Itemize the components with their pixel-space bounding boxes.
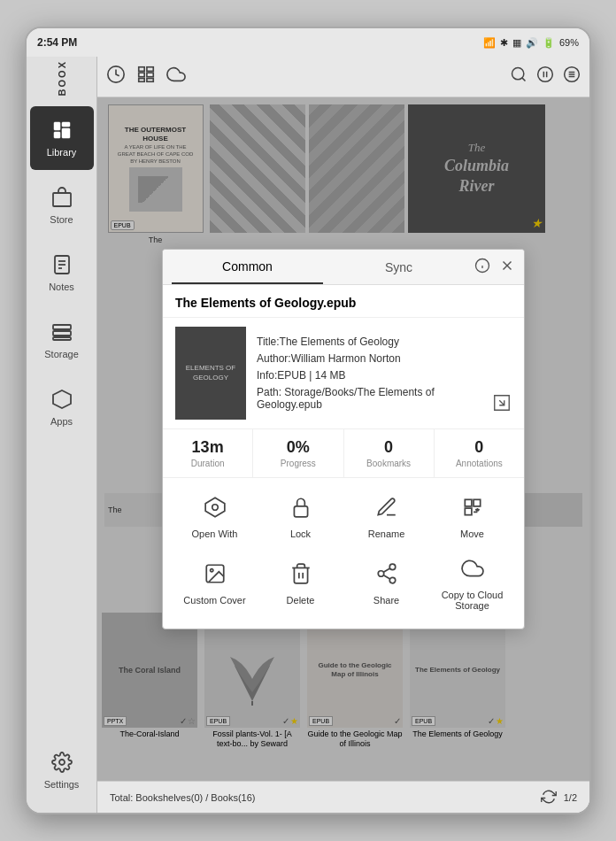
svg-rect-15 xyxy=(139,67,144,72)
modal-tabs: Common Sync xyxy=(163,250,524,285)
modal-actions: Open With Lock xyxy=(163,478,524,629)
svg-rect-1 xyxy=(54,132,60,138)
svg-rect-19 xyxy=(139,79,144,82)
toolbar-left xyxy=(106,65,186,89)
modal-tab-icons xyxy=(474,258,515,277)
book-export-icon[interactable] xyxy=(492,393,512,413)
svg-point-22 xyxy=(538,67,553,82)
svg-point-42 xyxy=(210,569,212,572)
modal-action-open-with[interactable]: Open With xyxy=(172,487,258,548)
storage-icon xyxy=(51,321,73,346)
grid-view-icon[interactable] xyxy=(136,65,156,89)
modal-bookmarks-value: 0 xyxy=(348,438,430,457)
toolbar xyxy=(97,57,589,97)
modal-stat-annotations: 0 Annotations xyxy=(435,429,524,477)
apps-icon xyxy=(51,389,73,413)
modal-detail-path: Path: Storage/Books/The Elements of Geol… xyxy=(257,386,481,411)
lock-icon xyxy=(289,496,312,524)
status-icons: 📶 ✱ ▦ 🔊 🔋 69% xyxy=(483,37,579,49)
svg-rect-39 xyxy=(474,499,481,506)
svg-rect-20 xyxy=(147,79,153,82)
device-frame: 2:54 PM 📶 ✱ ▦ 🔊 🔋 69% BOOX xyxy=(25,27,591,814)
svg-rect-18 xyxy=(147,73,153,77)
cloud-icon[interactable] xyxy=(166,65,186,89)
modal-book-info: ELEMENTS OF GEOLOGY Title:The Elements o… xyxy=(163,318,524,429)
bottom-bar: Total: Bookshelves(0) / Books(16) 1/2 xyxy=(97,781,589,813)
svg-point-45 xyxy=(389,564,396,570)
app-logo: BOOX xyxy=(57,60,67,96)
battery-percent: 69% xyxy=(559,37,579,48)
status-time: 2:54 PM xyxy=(37,36,77,49)
svg-point-46 xyxy=(378,571,384,577)
svg-rect-16 xyxy=(147,67,153,72)
modal-detail-author: Author:William Harmon Norton xyxy=(257,352,481,365)
signal-icon: ▦ xyxy=(512,37,521,49)
search-icon[interactable] xyxy=(510,66,527,88)
modal-action-rename[interactable]: Rename xyxy=(343,487,429,548)
modal-stat-progress: 0% Progress xyxy=(253,429,343,477)
sidebar-item-apps[interactable]: Apps xyxy=(30,375,94,439)
modal-progress-value: 0% xyxy=(257,438,339,457)
modal-detail-info: Info:EPUB | 14 MB xyxy=(257,369,481,382)
history-icon[interactable] xyxy=(106,65,126,89)
battery-icon: 🔋 xyxy=(543,37,555,49)
modal-action-delete[interactable]: Delete xyxy=(258,548,343,620)
open-with-icon xyxy=(204,496,227,524)
svg-point-21 xyxy=(512,68,524,80)
sidebar-item-store[interactable]: Store xyxy=(30,174,94,237)
modal-tab-sync[interactable]: Sync xyxy=(323,250,474,284)
notes-icon xyxy=(51,254,73,279)
book-grid: THE OUTERMOST HOUSE A YEAR OF LIFE ON TH… xyxy=(97,97,589,781)
svg-point-13 xyxy=(59,760,65,765)
stats-icon[interactable] xyxy=(536,66,554,88)
sidebar-library-label: Library xyxy=(47,147,77,158)
svg-marker-12 xyxy=(53,390,71,408)
modal-overlay: Common Sync xyxy=(97,97,589,781)
sidebar: BOOX Library xyxy=(27,57,97,813)
store-icon xyxy=(51,187,73,212)
sidebar-store-label: Store xyxy=(50,214,73,225)
delete-icon xyxy=(289,562,312,590)
menu-icon[interactable] xyxy=(563,66,581,88)
modal-action-custom-cover-label: Custom Cover xyxy=(183,595,245,606)
svg-rect-0 xyxy=(54,122,60,130)
main-area: BOOX Library xyxy=(27,57,589,813)
modal-action-move[interactable]: Move xyxy=(429,487,515,548)
sidebar-apps-label: Apps xyxy=(50,416,73,427)
modal-stat-duration: 13m Duration xyxy=(163,429,253,477)
share-icon xyxy=(375,562,398,590)
modal-action-lock-label: Lock xyxy=(290,529,311,539)
svg-rect-3 xyxy=(62,128,70,138)
modal-book-thumbnail: ELEMENTS OF GEOLOGY xyxy=(175,327,246,420)
modal-action-share[interactable]: Share xyxy=(343,548,429,620)
sidebar-item-notes[interactable]: Notes xyxy=(30,241,94,305)
book-info-modal: Common Sync xyxy=(162,249,525,629)
svg-rect-17 xyxy=(139,73,144,77)
modal-detail-title: Title:The Elements of Geology xyxy=(257,336,481,348)
modal-tab-common[interactable]: Common xyxy=(172,250,323,284)
modal-close-icon[interactable] xyxy=(499,258,515,277)
sidebar-item-storage[interactable]: Storage xyxy=(30,308,94,372)
modal-annotations-value: 0 xyxy=(438,438,520,457)
sidebar-item-library[interactable]: Library xyxy=(30,106,94,170)
content-area: THE OUTERMOST HOUSE A YEAR OF LIFE ON TH… xyxy=(97,57,589,813)
svg-rect-4 xyxy=(53,193,71,206)
custom-cover-icon xyxy=(204,562,227,590)
svg-line-49 xyxy=(383,568,389,572)
svg-rect-9 xyxy=(53,325,71,329)
modal-annotations-label: Annotations xyxy=(438,459,520,468)
modal-action-copy-cloud[interactable]: Copy to Cloud Storage xyxy=(429,548,515,620)
modal-action-lock[interactable]: Lock xyxy=(258,487,343,548)
sidebar-item-settings[interactable]: Settings xyxy=(30,738,94,802)
refresh-icon[interactable] xyxy=(541,789,557,806)
modal-info-icon[interactable] xyxy=(474,258,490,277)
library-icon xyxy=(51,120,73,144)
page-indicator: 1/2 xyxy=(564,792,577,803)
settings-icon xyxy=(51,752,73,776)
copy-cloud-icon xyxy=(461,557,484,585)
modal-action-custom-cover[interactable]: Custom Cover xyxy=(172,548,258,620)
sidebar-notes-label: Notes xyxy=(49,282,74,292)
svg-rect-10 xyxy=(53,331,71,336)
svg-rect-38 xyxy=(465,499,472,506)
bluetooth-icon: ✱ xyxy=(500,37,508,49)
